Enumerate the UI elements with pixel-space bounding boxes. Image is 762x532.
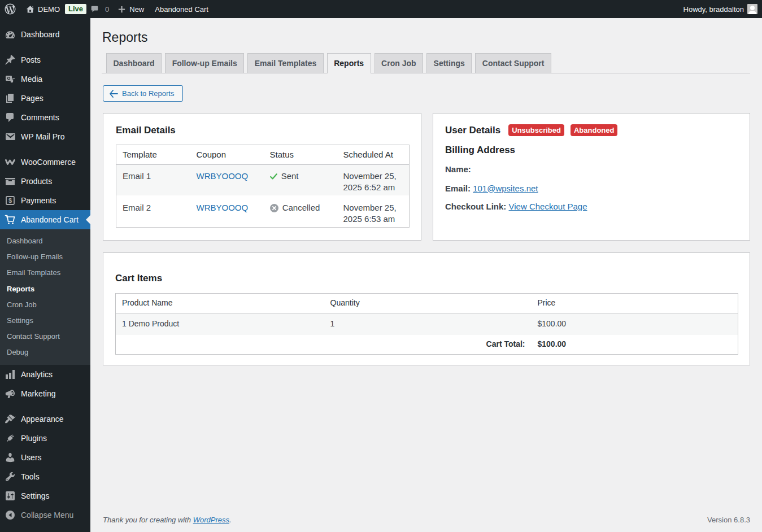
svg-text:$: $ bbox=[8, 197, 12, 204]
